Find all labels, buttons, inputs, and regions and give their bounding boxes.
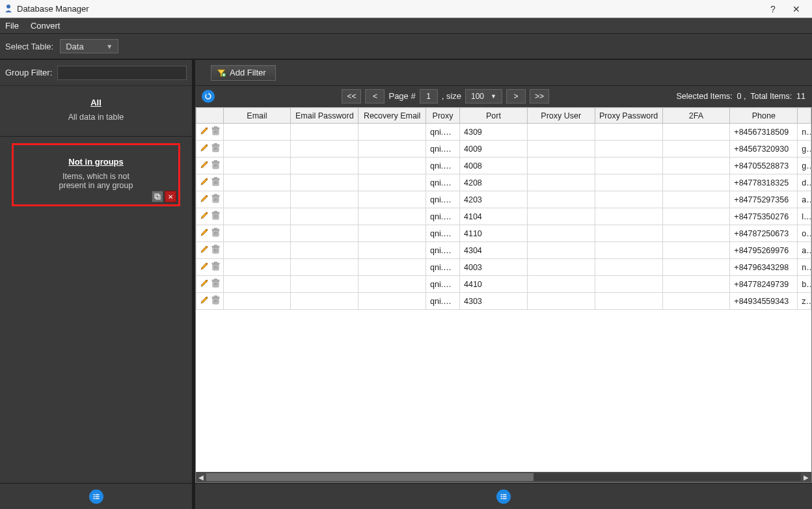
edit-icon[interactable] xyxy=(200,126,209,137)
table-cell[interactable] xyxy=(662,225,730,242)
table-cell[interactable]: 4208 xyxy=(459,174,527,191)
table-cell[interactable] xyxy=(662,124,730,141)
table-cell[interactable]: b6 xyxy=(798,276,811,293)
select-table-dropdown[interactable]: Data ▼ xyxy=(60,39,118,53)
refresh-button[interactable] xyxy=(202,90,215,103)
table-cell[interactable] xyxy=(595,124,662,141)
table-cell[interactable] xyxy=(527,208,595,225)
table-cell[interactable]: +84778249739 xyxy=(730,276,798,293)
table-cell[interactable] xyxy=(359,293,426,310)
table-cell[interactable]: qni.d… xyxy=(426,174,460,191)
edit-icon[interactable] xyxy=(200,143,209,154)
table-cell[interactable] xyxy=(662,242,730,259)
table-row[interactable]: qni.d…4410+84778249739b6 xyxy=(196,276,811,293)
group-card-all[interactable]: All All data in table xyxy=(0,86,192,137)
table-cell[interactable] xyxy=(595,208,662,225)
table-cell[interactable]: g6 xyxy=(798,158,811,174)
table-cell[interactable] xyxy=(662,208,730,225)
table-cell[interactable] xyxy=(595,259,662,276)
table-cell[interactable]: +84934559343 xyxy=(730,293,798,310)
scroll-left-icon[interactable]: ◀ xyxy=(196,474,206,481)
table-cell[interactable] xyxy=(223,191,291,208)
table-cell[interactable]: g4 xyxy=(798,141,811,158)
table-cell[interactable]: n1 xyxy=(798,124,811,141)
column-header[interactable]: Email xyxy=(223,108,291,124)
trash-icon[interactable] xyxy=(211,126,220,137)
page-prev-button[interactable]: < xyxy=(365,89,385,103)
table-row[interactable]: qni.d…4304+84795269976a9 xyxy=(196,242,811,259)
table-cell[interactable] xyxy=(359,208,426,225)
edit-icon[interactable] xyxy=(200,211,209,222)
table-cell[interactable] xyxy=(662,191,730,208)
table-cell[interactable] xyxy=(662,141,730,158)
table-cell[interactable] xyxy=(359,259,426,276)
table-row[interactable]: qni.d…4203+84775297356a9 xyxy=(196,191,811,208)
edit-icon[interactable] xyxy=(200,160,209,171)
table-cell[interactable] xyxy=(291,225,359,242)
table-cell[interactable]: qni.d… xyxy=(426,242,460,259)
table-cell[interactable] xyxy=(527,242,595,259)
column-header[interactable]: 2FA xyxy=(662,108,730,124)
table-cell[interactable]: qni.d… xyxy=(426,208,460,225)
column-header[interactable]: Proxy xyxy=(426,108,460,124)
table-cell[interactable]: qni.d… xyxy=(426,158,460,174)
table-cell[interactable] xyxy=(223,225,291,242)
table-cell[interactable]: 4003 xyxy=(459,259,527,276)
table-cell[interactable]: qni.d… xyxy=(426,225,460,242)
table-cell[interactable] xyxy=(595,191,662,208)
table-cell[interactable] xyxy=(527,293,595,310)
trash-icon[interactable] xyxy=(211,143,220,154)
table-cell[interactable] xyxy=(223,293,291,310)
table-cell[interactable] xyxy=(662,158,730,174)
trash-icon[interactable] xyxy=(211,279,220,290)
table-cell[interactable] xyxy=(291,141,359,158)
edit-icon[interactable] xyxy=(200,177,209,188)
table-cell[interactable] xyxy=(223,208,291,225)
table-cell[interactable] xyxy=(223,141,291,158)
table-cell[interactable]: 4303 xyxy=(459,293,527,310)
table-cell[interactable]: 4410 xyxy=(459,276,527,293)
table-cell[interactable] xyxy=(223,259,291,276)
table-cell[interactable] xyxy=(223,158,291,174)
table-cell[interactable] xyxy=(662,276,730,293)
table-cell[interactable]: +84778318325 xyxy=(730,174,798,191)
table-row[interactable]: qni.d…4309+84567318509n1 xyxy=(196,124,811,141)
table-cell[interactable]: 4008 xyxy=(459,158,527,174)
table-cell[interactable] xyxy=(595,225,662,242)
table-cell[interactable] xyxy=(595,293,662,310)
trash-icon[interactable] xyxy=(211,228,220,239)
table-cell[interactable] xyxy=(527,225,595,242)
data-table[interactable]: EmailEmail PasswordRecovery EmailProxyPo… xyxy=(196,107,811,310)
table-cell[interactable] xyxy=(291,174,359,191)
table-cell[interactable] xyxy=(662,259,730,276)
menu-convert[interactable]: Convert xyxy=(31,21,61,31)
help-button[interactable]: ? xyxy=(761,4,785,14)
trash-icon[interactable] xyxy=(211,296,220,307)
table-cell[interactable] xyxy=(595,141,662,158)
table-cell[interactable]: o8 xyxy=(798,225,811,242)
table-cell[interactable] xyxy=(595,276,662,293)
page-last-button[interactable]: >> xyxy=(530,89,549,103)
table-cell[interactable] xyxy=(595,174,662,191)
edit-icon[interactable] xyxy=(200,194,209,205)
table-cell[interactable] xyxy=(291,124,359,141)
trash-icon[interactable] xyxy=(211,245,220,256)
table-cell[interactable] xyxy=(662,174,730,191)
table-row[interactable]: qni.d…4303+84934559343z20 xyxy=(196,293,811,310)
table-cell[interactable] xyxy=(223,242,291,259)
table-cell[interactable]: 4203 xyxy=(459,191,527,208)
table-cell[interactable]: a9 xyxy=(798,191,811,208)
table-cell[interactable]: +84795269976 xyxy=(730,242,798,259)
table-row[interactable]: qni.d…4009+84567320930g4 xyxy=(196,141,811,158)
table-cell[interactable] xyxy=(291,276,359,293)
table-row[interactable]: qni.d…4104+84775350276l20 xyxy=(196,208,811,225)
table-cell[interactable]: l20 xyxy=(798,208,811,225)
table-cell[interactable]: qni.d… xyxy=(426,191,460,208)
page-size-dropdown[interactable]: 100 ▼ xyxy=(465,89,502,103)
column-header[interactable]: Email Password xyxy=(291,108,359,124)
scroll-right-icon[interactable]: ▶ xyxy=(801,474,811,481)
column-header[interactable]: Proxy User xyxy=(527,108,595,124)
column-header[interactable]: Phone xyxy=(730,108,798,124)
table-cell[interactable]: d5 xyxy=(798,174,811,191)
trash-icon[interactable] xyxy=(211,194,220,205)
